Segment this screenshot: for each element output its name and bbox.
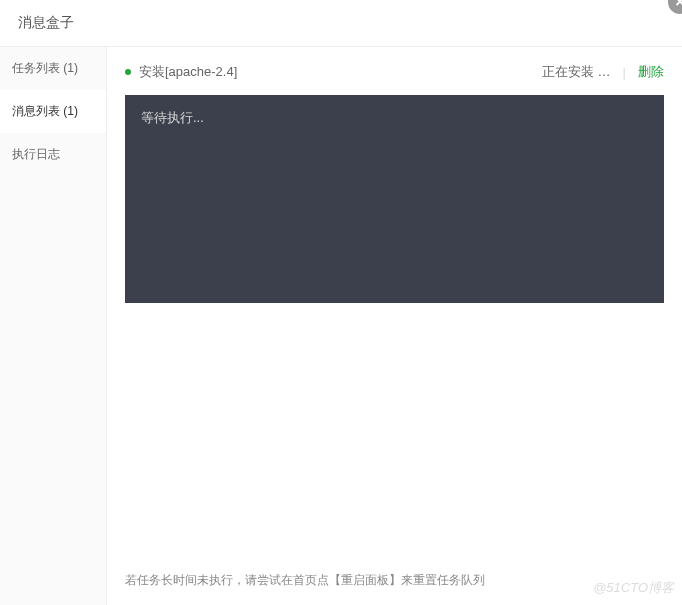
message-box-modal: × 消息盒子 任务列表 (1) 消息列表 (1) 执行日志 安装[apache-… <box>0 0 682 605</box>
footer-hint-text: 若任务长时间未执行，请尝试在首页点【重启面板】来重置任务队列 <box>125 573 485 587</box>
sidebar-item-label: 执行日志 <box>12 147 60 161</box>
task-name: 安装[apache-2.4] <box>139 63 534 81</box>
status-dot-icon <box>125 69 131 75</box>
modal-header: 消息盒子 <box>0 0 682 47</box>
console-output: 等待执行... <box>125 95 664 303</box>
task-row: 安装[apache-2.4] 正在安装 … | 删除 <box>107 47 682 91</box>
sidebar-item-label: 任务列表 (1) <box>12 61 78 75</box>
modal-title: 消息盒子 <box>18 14 74 30</box>
main-content: 安装[apache-2.4] 正在安装 … | 删除 等待执行... 若任务长时… <box>107 47 682 605</box>
console-text: 等待执行... <box>141 110 204 125</box>
divider: | <box>623 65 626 80</box>
delete-link[interactable]: 删除 <box>638 63 664 81</box>
sidebar-item-messages[interactable]: 消息列表 (1) <box>0 90 106 133</box>
close-icon: × <box>675 0 682 11</box>
watermark: @51CTO博客 <box>593 579 674 597</box>
sidebar-item-log[interactable]: 执行日志 <box>0 133 106 176</box>
sidebar-item-tasks[interactable]: 任务列表 (1) <box>0 47 106 90</box>
sidebar: 任务列表 (1) 消息列表 (1) 执行日志 <box>0 47 107 605</box>
task-status: 正在安装 … <box>542 63 611 81</box>
modal-body: 任务列表 (1) 消息列表 (1) 执行日志 安装[apache-2.4] 正在… <box>0 47 682 605</box>
sidebar-item-label: 消息列表 (1) <box>12 104 78 118</box>
